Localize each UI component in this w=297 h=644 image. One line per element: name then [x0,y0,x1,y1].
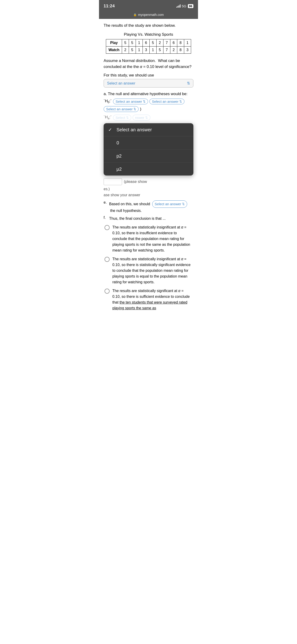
radio-option-2[interactable]: The results are statistically insignific… [104,256,194,285]
lock-icon: 🔒 [133,13,137,16]
radio-option-1[interactable]: The results are statistically insignific… [104,224,194,253]
ha-row: `Ha:` Select ⇅ nswer ⇅ [104,115,194,120]
study-type-placeholder: Select an answer [107,81,136,86]
alpha-symbol: α [140,64,142,69]
dropdown-item-select-answer[interactable]: ✓ Select an answer [104,123,194,136]
ase-show-text: ase show your answer [104,193,140,197]
step-e-select[interactable]: Select an answer ⇅ [152,200,187,208]
ha-select-1-text: Select [116,116,125,120]
question-text: Assume a Normal distribution. What can b… [104,58,194,70]
partial-row-3: ase show your answer [104,193,194,197]
step-f-content: Thus, the final conclusion is that ... [109,216,194,222]
dropdown-item-3-label: μ2 [116,166,122,172]
chevron-icon-5: ⇅ [145,116,148,119]
part-a-label: a. The null and alternative hypotheses w… [104,92,194,96]
dropdown-overlay: ✓ Select an answer ✓ 0 ✓ p2 ✓ μ2 [104,123,194,176]
ha-label: `Ha:` [104,115,112,120]
signal-icon [176,4,180,8]
dropdown-menu: ✓ Select an answer ✓ 0 ✓ p2 ✓ μ2 [104,123,194,176]
chevron-icon-6: ⇅ [182,202,185,206]
dropdown-item-p2[interactable]: ✓ p2 [104,150,194,162]
ha-select-1[interactable]: Select ⇅ [113,115,131,120]
step-e-row: e. Based on this, we should Select an an… [104,200,194,214]
h0-row-2: Select an answer ⇅ ) [104,106,194,112]
dropdown-item-0[interactable]: ✓ 0 [104,136,194,150]
status-bar: 11:24 5G 96 [99,0,198,12]
radio-button-2[interactable] [104,257,110,262]
chevron-down-icon: ⇅ [187,81,190,86]
battery-indicator: 96 [188,4,194,8]
es-text: es.) [104,187,110,191]
table-title: Playing Vs. Watching Sports [104,32,194,37]
h0-select-1-text: Select an answer [116,100,142,104]
step-f-label: f. [104,216,108,220]
h0-select-2[interactable]: Select an answer ⇅ [150,98,184,104]
radio-button-1[interactable] [104,225,110,230]
for-this-study-label: For this study, we should use [104,73,194,78]
status-time: 11:24 [104,4,115,8]
partial-row-1: (please show [104,178,194,185]
chevron-icon-4: ⇅ [126,116,129,119]
dropdown-item-1-label: 0 [116,140,119,146]
h0-label: `H0:` [104,99,112,104]
h0-select-2-text: Select an answer [152,100,178,104]
table-header-play: Play [106,39,122,46]
url-bar: 🔒 myopenmath.com [99,12,198,19]
chevron-icon-1: ⇅ [143,100,146,103]
status-right: 5G 96 [176,4,194,8]
dropdown-item-mu2[interactable]: ✓ μ2 [104,162,194,176]
url-text: myopenmath.com [138,13,164,16]
input-value-box[interactable] [104,178,122,185]
checkmark-icon: ✓ [108,127,114,132]
intro-text: The results of the study are shown below… [104,22,194,28]
ha-select-2-text: nswer [135,116,144,120]
main-content: The results of the study are shown below… [99,19,198,318]
h0-select-3[interactable]: Select an answer ⇅ [104,106,138,112]
network-type: 5G [182,4,186,8]
step-e-select-text: Select an answer [155,201,181,207]
step-e-content: Based on this, we should Select an answe… [109,200,194,214]
radio-option-3[interactable]: The results are statistically significan… [104,288,194,311]
step-e-label: e. [104,200,108,204]
h0-row: `H0:` Select an answer ⇅ Select an answe… [104,98,194,104]
step-f-row: f. Thus, the final conclusion is that ..… [104,216,194,222]
chevron-icon-3: ⇅ [134,107,136,111]
please-show-text: (please show [124,180,147,184]
ha-select-2[interactable]: nswer ⇅ [132,115,150,120]
dropdown-item-0-label: Select an answer [116,127,152,132]
radio-text-3: The results are statistically significan… [112,288,192,311]
table-row-watch: Watch 2 5 1 3 1 5 7 2 8 3 [106,46,191,54]
table-row-play: Play 5 5 1 6 5 2 7 6 8 1 [106,39,191,46]
table-header-watch: Watch [106,46,122,54]
radio-text-1: The results are statistically insignific… [112,224,192,253]
chevron-icon-2: ⇅ [179,100,182,103]
dropdown-item-2-label: p2 [116,154,122,159]
h0-select-1[interactable]: Select an answer ⇅ [113,98,148,104]
partial-row-2: es.) [104,187,194,191]
h0-select-3-text: Select an answer [106,107,132,111]
radio-text-2: The results are statistically insignific… [112,256,192,285]
study-type-dropdown[interactable]: Select an answer ⇅ [104,79,194,88]
data-table: Play 5 5 1 6 5 2 7 6 8 1 Watch 2 5 1 3 1… [106,39,191,54]
radio-button-3[interactable] [104,288,110,294]
h0-paren: ) [140,107,141,112]
